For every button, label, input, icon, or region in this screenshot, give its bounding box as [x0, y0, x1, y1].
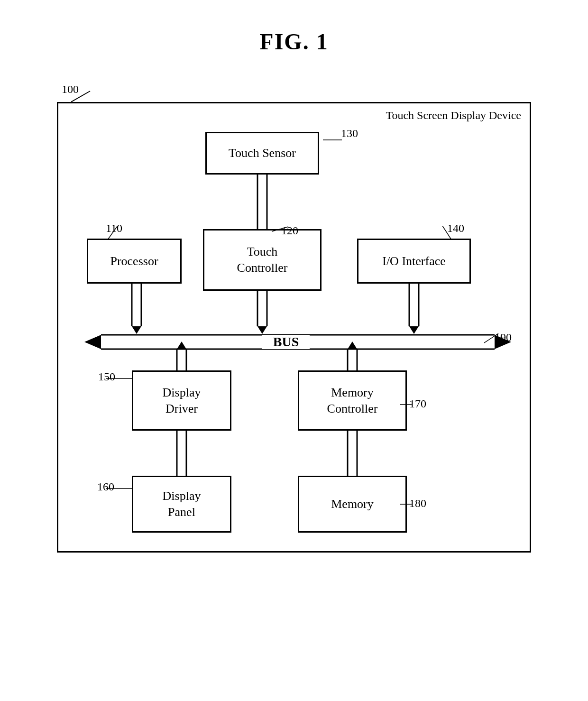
svg-line-45: [484, 333, 498, 343]
ref-180-line: [400, 499, 414, 509]
ref-120-line: [272, 224, 291, 234]
svg-marker-20: [409, 326, 419, 334]
memory-controller-block: Memory Controller: [298, 370, 407, 431]
svg-line-43: [108, 226, 118, 239]
ref-140-line: [438, 226, 457, 240]
ref-150-line: [106, 374, 134, 383]
display-panel-block: Display Panel: [132, 476, 231, 533]
arrow-sensor-controller: [257, 166, 267, 237]
figure-title: FIG. 1: [259, 28, 328, 55]
touch-controller-block: Touch Controller: [203, 229, 322, 291]
svg-marker-12: [132, 326, 141, 334]
svg-marker-16: [257, 326, 267, 334]
diagram-container: 100 Touch Screen Display Device: [57, 102, 531, 553]
svg-line-42: [272, 227, 288, 231]
svg-line-44: [442, 226, 451, 239]
arrow-controller-bus: [257, 283, 267, 334]
bus-label: BUS: [262, 335, 310, 349]
arrow-io-bus: [409, 276, 419, 334]
arrow-displaydriver-panel: [177, 423, 186, 483]
touch-screen-label: Touch Screen Display Device: [386, 109, 521, 122]
ref-130-num: 130: [341, 127, 358, 140]
svg-line-0: [71, 91, 90, 102]
display-driver-block: Display Driver: [132, 370, 231, 431]
arrow-memcontroller-memory: [348, 423, 357, 483]
svg-marker-31: [348, 341, 357, 349]
svg-marker-23: [84, 335, 101, 349]
io-interface-block: I/O Interface: [357, 239, 471, 284]
ref-190-line: [484, 329, 508, 345]
ref-160-line: [106, 484, 134, 493]
touch-sensor-block: Touch Sensor: [205, 132, 319, 175]
memory-block: Memory: [298, 476, 407, 533]
processor-block: Processor: [87, 239, 182, 284]
ref-170-line: [400, 400, 414, 409]
svg-marker-27: [177, 341, 186, 349]
ref-100-line: [71, 89, 100, 103]
outer-box: Touch Screen Display Device: [57, 102, 531, 553]
ref-110-line: [106, 226, 125, 240]
arrow-processor-bus: [132, 276, 141, 334]
